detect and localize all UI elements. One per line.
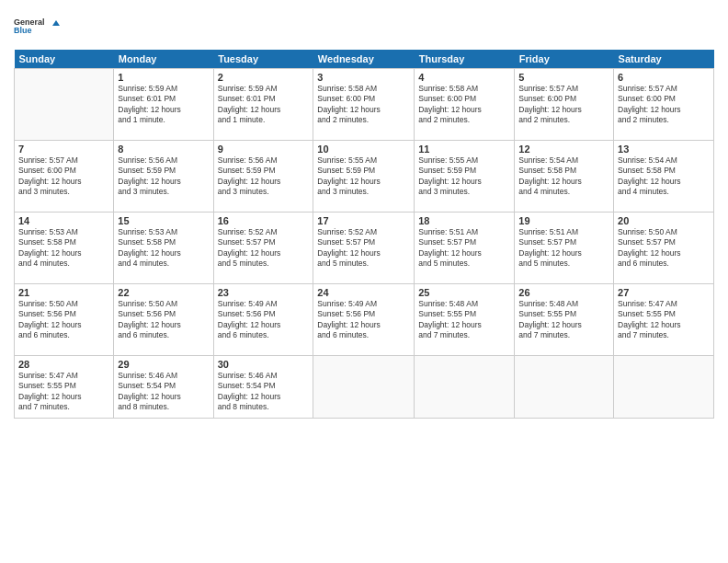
day-number: 3	[317, 72, 410, 83]
day-number: 6	[618, 72, 710, 83]
calendar-week-row: 1Sunrise: 5:59 AMSunset: 6:01 PMDaylight…	[15, 69, 714, 141]
calendar-day-cell: 20Sunrise: 5:50 AMSunset: 5:57 PMDayligh…	[614, 213, 714, 284]
svg-text:Blue: Blue	[14, 26, 32, 35]
calendar-day-cell: 12Sunrise: 5:54 AMSunset: 5:58 PMDayligh…	[515, 141, 614, 213]
day-number: 13	[618, 144, 710, 155]
day-info: Sunrise: 5:50 AMSunset: 5:57 PMDaylight:…	[618, 227, 710, 270]
day-number: 4	[418, 72, 510, 83]
logo-svg: General Blue	[14, 9, 60, 42]
day-info: Sunrise: 5:56 AMSunset: 5:59 PMDaylight:…	[218, 155, 310, 198]
calendar-day-cell: 2Sunrise: 5:59 AMSunset: 6:01 PMDaylight…	[213, 69, 313, 141]
day-info: Sunrise: 5:49 AMSunset: 5:56 PMDaylight:…	[218, 299, 310, 341]
calendar-day-cell: 9Sunrise: 5:56 AMSunset: 5:59 PMDaylight…	[213, 141, 313, 213]
calendar-header-row: SundayMondayTuesdayWednesdayThursdayFrid…	[15, 50, 714, 69]
calendar-day-cell	[515, 356, 614, 419]
day-number: 7	[18, 144, 109, 155]
day-info: Sunrise: 5:53 AMSunset: 5:58 PMDaylight:…	[18, 227, 109, 270]
calendar-day-cell: 15Sunrise: 5:53 AMSunset: 5:58 PMDayligh…	[114, 213, 213, 284]
day-info: Sunrise: 5:53 AMSunset: 5:58 PMDaylight:…	[118, 227, 209, 270]
day-info: Sunrise: 5:54 AMSunset: 5:58 PMDaylight:…	[618, 155, 710, 198]
day-number: 24	[317, 287, 410, 298]
logo: General Blue	[14, 9, 60, 42]
day-info: Sunrise: 5:47 AMSunset: 5:55 PMDaylight:…	[18, 371, 109, 413]
day-info: Sunrise: 5:57 AMSunset: 6:00 PMDaylight:…	[18, 155, 109, 198]
calendar-day-cell: 17Sunrise: 5:52 AMSunset: 5:57 PMDayligh…	[313, 213, 415, 284]
day-number: 18	[418, 215, 510, 226]
day-info: Sunrise: 5:46 AMSunset: 5:54 PMDaylight:…	[218, 371, 310, 413]
day-info: Sunrise: 5:58 AMSunset: 6:00 PMDaylight:…	[418, 84, 510, 126]
calendar-day-cell: 13Sunrise: 5:54 AMSunset: 5:58 PMDayligh…	[614, 141, 714, 213]
day-info: Sunrise: 5:55 AMSunset: 5:59 PMDaylight:…	[418, 155, 510, 198]
calendar-day-cell: 25Sunrise: 5:48 AMSunset: 5:55 PMDayligh…	[415, 284, 515, 356]
calendar-day-cell: 28Sunrise: 5:47 AMSunset: 5:55 PMDayligh…	[15, 356, 114, 419]
calendar-week-row: 28Sunrise: 5:47 AMSunset: 5:55 PMDayligh…	[15, 356, 714, 419]
day-number: 17	[317, 215, 410, 226]
day-number: 26	[518, 287, 609, 298]
day-info: Sunrise: 5:48 AMSunset: 5:55 PMDaylight:…	[418, 299, 510, 341]
day-number: 21	[18, 287, 109, 298]
day-number: 8	[118, 144, 209, 155]
calendar-day-header: Thursday	[415, 50, 515, 69]
calendar-day-cell: 3Sunrise: 5:58 AMSunset: 6:00 PMDaylight…	[313, 69, 415, 141]
calendar-day-cell: 18Sunrise: 5:51 AMSunset: 5:57 PMDayligh…	[415, 213, 515, 284]
day-number: 22	[118, 287, 209, 298]
calendar-day-cell: 6Sunrise: 5:57 AMSunset: 6:00 PMDaylight…	[614, 69, 714, 141]
day-info: Sunrise: 5:58 AMSunset: 6:00 PMDaylight:…	[317, 84, 410, 126]
calendar-day-cell: 24Sunrise: 5:49 AMSunset: 5:56 PMDayligh…	[313, 284, 415, 356]
calendar-day-cell: 21Sunrise: 5:50 AMSunset: 5:56 PMDayligh…	[15, 284, 114, 356]
calendar-day-header: Friday	[515, 50, 614, 69]
day-number: 19	[518, 215, 609, 226]
day-number: 15	[118, 215, 209, 226]
calendar-day-cell	[313, 356, 415, 419]
page: General Blue SundayMondayTuesdayWednesda…	[0, 0, 728, 563]
day-number: 2	[218, 72, 310, 83]
day-number: 9	[218, 144, 310, 155]
calendar-day-cell: 14Sunrise: 5:53 AMSunset: 5:58 PMDayligh…	[15, 213, 114, 284]
calendar-day-cell: 22Sunrise: 5:50 AMSunset: 5:56 PMDayligh…	[114, 284, 213, 356]
calendar-day-cell: 11Sunrise: 5:55 AMSunset: 5:59 PMDayligh…	[415, 141, 515, 213]
day-number: 29	[118, 359, 209, 370]
calendar-day-header: Saturday	[614, 50, 714, 69]
calendar-day-cell: 4Sunrise: 5:58 AMSunset: 6:00 PMDaylight…	[415, 69, 515, 141]
calendar-day-cell: 1Sunrise: 5:59 AMSunset: 6:01 PMDaylight…	[114, 69, 213, 141]
day-number: 16	[218, 215, 310, 226]
day-info: Sunrise: 5:50 AMSunset: 5:56 PMDaylight:…	[18, 299, 109, 341]
calendar-day-cell: 27Sunrise: 5:47 AMSunset: 5:55 PMDayligh…	[614, 284, 714, 356]
day-info: Sunrise: 5:50 AMSunset: 5:56 PMDaylight:…	[118, 299, 209, 341]
calendar-day-cell: 23Sunrise: 5:49 AMSunset: 5:56 PMDayligh…	[213, 284, 313, 356]
calendar-day-cell: 7Sunrise: 5:57 AMSunset: 6:00 PMDaylight…	[15, 141, 114, 213]
day-info: Sunrise: 5:46 AMSunset: 5:54 PMDaylight:…	[118, 371, 209, 413]
calendar-day-cell: 19Sunrise: 5:51 AMSunset: 5:57 PMDayligh…	[515, 213, 614, 284]
day-info: Sunrise: 5:57 AMSunset: 6:00 PMDaylight:…	[518, 84, 609, 126]
day-info: Sunrise: 5:55 AMSunset: 5:59 PMDaylight:…	[317, 155, 410, 198]
day-info: Sunrise: 5:49 AMSunset: 5:56 PMDaylight:…	[317, 299, 410, 341]
day-number: 30	[218, 359, 310, 370]
day-number: 10	[317, 144, 410, 155]
calendar-week-row: 21Sunrise: 5:50 AMSunset: 5:56 PMDayligh…	[15, 284, 714, 356]
svg-text:General: General	[14, 17, 45, 27]
calendar-day-cell: 10Sunrise: 5:55 AMSunset: 5:59 PMDayligh…	[313, 141, 415, 213]
calendar-day-cell: 8Sunrise: 5:56 AMSunset: 5:59 PMDaylight…	[114, 141, 213, 213]
day-number: 11	[418, 144, 510, 155]
calendar-day-header: Sunday	[15, 50, 114, 69]
calendar-day-cell	[614, 356, 714, 419]
calendar-day-cell: 5Sunrise: 5:57 AMSunset: 6:00 PMDaylight…	[515, 69, 614, 141]
calendar-week-row: 7Sunrise: 5:57 AMSunset: 6:00 PMDaylight…	[15, 141, 714, 213]
day-number: 1	[118, 72, 209, 83]
day-info: Sunrise: 5:51 AMSunset: 5:57 PMDaylight:…	[518, 227, 609, 270]
calendar-day-cell: 30Sunrise: 5:46 AMSunset: 5:54 PMDayligh…	[213, 356, 313, 419]
calendar-day-header: Wednesday	[313, 50, 415, 69]
day-number: 14	[18, 215, 109, 226]
day-number: 20	[618, 215, 710, 226]
day-number: 12	[518, 144, 609, 155]
day-info: Sunrise: 5:54 AMSunset: 5:58 PMDaylight:…	[518, 155, 609, 198]
calendar-day-cell: 26Sunrise: 5:48 AMSunset: 5:55 PMDayligh…	[515, 284, 614, 356]
day-info: Sunrise: 5:52 AMSunset: 5:57 PMDaylight:…	[218, 227, 310, 270]
calendar-day-cell	[15, 69, 114, 141]
calendar-table: SundayMondayTuesdayWednesdayThursdayFrid…	[14, 50, 714, 419]
svg-marker-2	[52, 20, 60, 26]
day-number: 25	[418, 287, 510, 298]
day-number: 27	[618, 287, 710, 298]
day-number: 28	[18, 359, 109, 370]
calendar-week-row: 14Sunrise: 5:53 AMSunset: 5:58 PMDayligh…	[15, 213, 714, 284]
